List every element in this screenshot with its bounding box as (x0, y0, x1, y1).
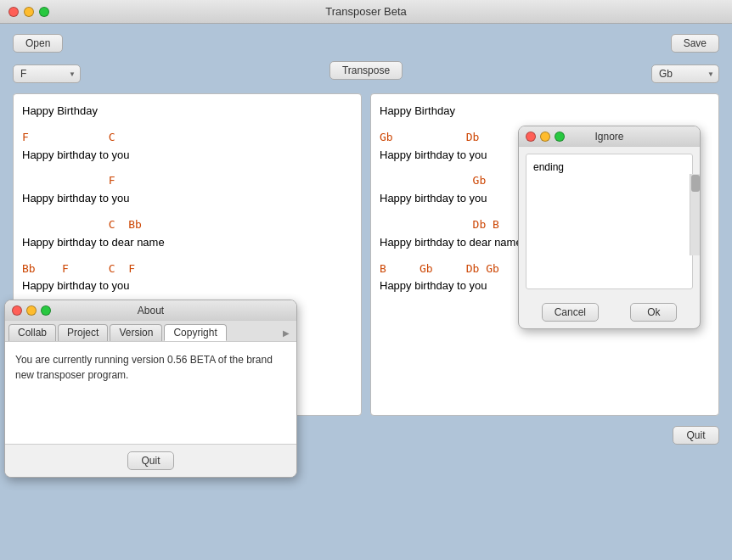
ignore-ok-button[interactable]: Ok (630, 303, 677, 322)
about-tab-arrow: ▶ (279, 324, 293, 341)
about-tabs: Collab Project Version Copyright ▶ (5, 321, 296, 342)
key-to-wrapper: Gb C Db D Eb E F G Ab A Bb B (651, 64, 719, 83)
main-content: Open Save F C Db D Eb E Gb G Ab A Bb B (0, 24, 732, 560)
left-stanza-1: F C Happy birthday to you (22, 129, 352, 165)
right-panel-title-block: Happy Birthday (380, 103, 710, 120)
about-title: About (138, 305, 164, 316)
app-title: Transposer Beta (325, 5, 407, 18)
about-title-bar: About (5, 300, 296, 321)
main-quit-button[interactable]: Quit (673, 426, 719, 445)
close-button[interactable] (8, 7, 19, 17)
ignore-content-text: ending (533, 161, 564, 173)
left-panel-title-block: Happy Birthday (22, 103, 352, 120)
ignore-close-button[interactable] (526, 132, 536, 142)
right-panel-title: Happy Birthday (380, 103, 710, 120)
key-from-wrapper: F C Db D Eb E Gb G Ab A Bb B (13, 64, 81, 83)
toolbar-left: Open (13, 34, 63, 53)
ignore-title: Ignore (594, 131, 623, 143)
about-quit-button[interactable]: Quit (127, 451, 174, 470)
left-lyric-1: Happy birthday to you (22, 147, 352, 165)
left-chord-4: Bb F C F (22, 260, 352, 278)
ignore-cancel-button[interactable]: Cancel (542, 303, 599, 322)
about-minimize-button[interactable] (26, 305, 37, 316)
left-stanza-4: Bb F C F Happy birthday to you (22, 260, 352, 296)
ignore-buttons: Cancel Ok (519, 296, 700, 328)
maximize-button[interactable] (39, 7, 49, 17)
ignore-scrollbar[interactable] (690, 174, 700, 255)
left-chord-3: C Bb (22, 216, 352, 234)
minimize-button[interactable] (24, 7, 34, 17)
left-chord-2: F (22, 172, 352, 190)
ignore-dialog: Ignore ending Cancel Ok (518, 126, 701, 329)
open-button[interactable]: Open (13, 34, 63, 53)
toolbar-right: Save (671, 34, 719, 53)
ignore-title-bar-buttons (526, 132, 565, 142)
about-maximize-button[interactable] (41, 305, 51, 316)
about-content-text: You are currently running version 0.56 B… (15, 354, 273, 381)
toolbar: Open Save (13, 34, 719, 53)
left-lyric-4: Happy birthday to you (22, 277, 352, 295)
about-title-bar-buttons (12, 305, 51, 316)
left-panel-title: Happy Birthday (22, 103, 352, 120)
transpose-button[interactable]: Transpose (329, 61, 403, 80)
ignore-scrollbar-thumb[interactable] (691, 175, 700, 192)
about-tab-project[interactable]: Project (58, 324, 108, 341)
left-stanza-2: F Happy birthday to you (22, 172, 352, 208)
ignore-maximize-button[interactable] (555, 132, 565, 142)
about-window: About Collab Project Version Copyright ▶… (4, 300, 297, 478)
transpose-center: Transpose (329, 61, 403, 80)
title-bar-buttons (8, 7, 49, 17)
ignore-title-bar: Ignore (519, 126, 700, 147)
about-tab-copyright[interactable]: Copyright (164, 324, 226, 341)
about-tab-version[interactable]: Version (110, 324, 162, 341)
key-to-select[interactable]: Gb C Db D Eb E F G Ab A Bb B (651, 64, 719, 83)
ignore-content[interactable]: ending (526, 154, 693, 289)
key-from-select[interactable]: F C Db D Eb E Gb G Ab A Bb B (13, 64, 81, 83)
title-bar: Transposer Beta (0, 0, 732, 24)
left-stanza-3: C Bb Happy birthday to dear name (22, 216, 352, 252)
save-button[interactable]: Save (671, 34, 719, 53)
about-tab-collab[interactable]: Collab (8, 324, 56, 341)
about-close-button[interactable] (12, 305, 22, 316)
about-bottom: Quit (5, 444, 296, 477)
ignore-minimize-button[interactable] (540, 132, 550, 142)
left-lyric-2: Happy birthday to you (22, 190, 352, 208)
left-chord-1: F C (22, 129, 352, 147)
about-content: You are currently running version 0.56 B… (5, 342, 296, 444)
left-lyric-3: Happy birthday to dear name (22, 234, 352, 252)
